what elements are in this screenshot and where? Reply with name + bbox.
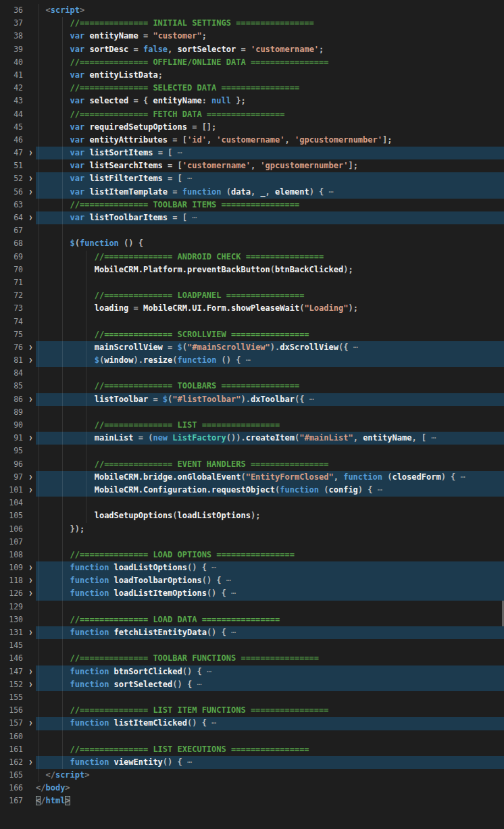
line-number[interactable]: 126 <box>0 587 26 600</box>
folded-code-ellipsis[interactable]: ⋯ <box>353 343 359 352</box>
line-number[interactable]: 161 <box>0 743 26 756</box>
code-line-content[interactable]: //============== ANDROID CHECK =========… <box>36 251 504 263</box>
line-number[interactable]: 75 <box>0 328 26 341</box>
code-line-content[interactable]: var listFilterItems = [ ⋯ <box>36 172 504 185</box>
line-number[interactable]: 40 <box>0 56 26 69</box>
code-line-content[interactable]: function sortSelected() { ⋯ <box>36 678 504 691</box>
line-number[interactable]: 85 <box>0 380 26 393</box>
line-number[interactable]: 64 <box>0 211 26 224</box>
folded-code-ellipsis[interactable]: ⋯ <box>246 355 251 365</box>
folded-code-ellipsis[interactable]: ⋯ <box>178 148 183 157</box>
code-line-content[interactable] <box>36 639 504 652</box>
code-line-content[interactable]: <script> <box>36 4 504 17</box>
code-line-content[interactable] <box>36 316 504 328</box>
code-line-content[interactable]: var sortDesc = false, sortSelector = 'cu… <box>36 43 504 56</box>
folded-code-ellipsis[interactable]: ⋯ <box>378 485 383 495</box>
code-line-content[interactable] <box>36 276 504 289</box>
fold-chevron-icon[interactable]: ❯ <box>26 484 36 497</box>
code-line-content[interactable]: function loadListItemOptions() { ⋯ <box>36 587 504 600</box>
line-number[interactable]: 63 <box>0 199 26 211</box>
code-line-content[interactable]: //============== TOOLBAR ITEMS =========… <box>36 199 504 211</box>
line-number[interactable]: 89 <box>0 406 26 419</box>
line-number[interactable]: 95 <box>0 445 26 457</box>
code-line-content[interactable]: </body> <box>36 782 504 795</box>
line-number[interactable]: 37 <box>0 17 26 30</box>
line-number[interactable]: 108 <box>0 549 26 561</box>
line-number[interactable]: 130 <box>0 613 26 626</box>
fold-chevron-icon[interactable]: ❯ <box>26 211 36 224</box>
line-number[interactable]: 41 <box>0 69 26 82</box>
code-line-content[interactable]: mainScrollView = $("#mainScrollView").dx… <box>36 341 504 354</box>
code-line-content[interactable]: //============== SELECTED DATA =========… <box>36 82 504 95</box>
code-line-content[interactable]: MobileCRM.Configuration.requestObject(fu… <box>36 484 504 497</box>
line-number[interactable]: 81 <box>0 354 26 367</box>
line-number[interactable]: 156 <box>0 704 26 717</box>
folded-code-ellipsis[interactable]: ⋯ <box>226 576 232 585</box>
code-line-content[interactable] <box>36 691 504 704</box>
code-line-content[interactable]: MobileCRM.Platform.preventBackButton(btn… <box>36 263 504 276</box>
code-line-content[interactable]: var entityName = "customer"; <box>36 30 504 43</box>
fold-chevron-icon[interactable]: ❯ <box>26 626 36 639</box>
fold-chevron-icon[interactable]: ❯ <box>26 756 36 769</box>
code-line-content[interactable] <box>36 406 504 419</box>
line-number[interactable]: 56 <box>0 186 26 199</box>
code-line-content[interactable]: //============== LOADPANEL =============… <box>36 289 504 302</box>
code-line-content[interactable]: $(window).resize(function () { ⋯ <box>36 354 504 367</box>
line-number[interactable]: 90 <box>0 419 26 432</box>
code-line-content[interactable]: //============== LOAD OPTIONS ==========… <box>36 549 504 561</box>
fold-chevron-icon[interactable]: ❯ <box>26 665 36 678</box>
line-number[interactable]: 43 <box>0 95 26 107</box>
code-line-content[interactable]: //============== SCROLLVIEW ============… <box>36 328 504 341</box>
code-line-content[interactable]: function fetchListEntityData() { ⋯ <box>36 626 504 639</box>
line-number[interactable]: 84 <box>0 367 26 380</box>
code-line-content[interactable]: var listToolbarItems = [ ⋯ <box>36 211 504 224</box>
folded-code-ellipsis[interactable]: ⋯ <box>231 628 236 637</box>
line-number[interactable]: 45 <box>0 121 26 134</box>
line-number[interactable]: 162 <box>0 756 26 769</box>
line-number[interactable]: 38 <box>0 30 26 43</box>
line-number[interactable]: 145 <box>0 639 26 652</box>
fold-chevron-icon[interactable]: ❯ <box>26 393 36 406</box>
folded-code-ellipsis[interactable]: ⋯ <box>192 213 197 222</box>
line-number[interactable]: 106 <box>0 523 26 536</box>
code-line-content[interactable]: </html> <box>36 795 504 807</box>
fold-chevron-icon[interactable]: ❯ <box>26 341 36 354</box>
fold-chevron-icon[interactable]: ❯ <box>26 574 36 587</box>
code-line-content[interactable]: //============== TOOLBARS ==============… <box>36 380 504 393</box>
line-number[interactable]: 101 <box>0 484 26 497</box>
code-line-content[interactable] <box>36 224 504 237</box>
line-number[interactable]: 67 <box>0 224 26 237</box>
code-line-content[interactable]: loading = MobileCRM.UI.Form.showPleaseWa… <box>36 302 504 315</box>
fold-chevron-icon[interactable]: ❯ <box>26 717 36 730</box>
folded-code-ellipsis[interactable]: ⋯ <box>231 588 236 598</box>
folded-code-ellipsis[interactable]: ⋯ <box>211 563 217 572</box>
line-number[interactable]: 46 <box>0 134 26 147</box>
code-line-content[interactable]: $(function () { <box>36 237 504 250</box>
code-line-content[interactable]: function loadToolbarOptions() { ⋯ <box>36 574 504 587</box>
code-line-content[interactable]: //============== OFFLINE/ONLINE DATA ===… <box>36 56 504 69</box>
fold-chevron-icon[interactable]: ❯ <box>26 186 36 199</box>
code-line-content[interactable]: loadSetupOptions(loadListOptions); <box>36 509 504 522</box>
line-number[interactable]: 167 <box>0 795 26 807</box>
code-line-content[interactable]: //============== INITIAL SETTINGS ======… <box>36 17 504 30</box>
folded-code-ellipsis[interactable]: ⋯ <box>187 174 193 183</box>
line-number[interactable]: 157 <box>0 717 26 730</box>
line-number[interactable]: 105 <box>0 509 26 522</box>
line-number[interactable]: 155 <box>0 691 26 704</box>
code-line-content[interactable]: listToolbar = $("#listToolbar").dxToolba… <box>36 393 504 406</box>
code-editor[interactable]: 36 <script>37 //============== INITIAL S… <box>0 0 504 829</box>
code-line-content[interactable] <box>36 445 504 457</box>
code-line-content[interactable]: function viewEntity() { ⋯ <box>36 756 504 769</box>
code-line-content[interactable]: var listSortItems = [ ⋯ <box>36 147 504 159</box>
line-number[interactable]: 107 <box>0 536 26 549</box>
line-number[interactable]: 36 <box>0 4 26 17</box>
line-number[interactable]: 68 <box>0 237 26 250</box>
code-line-content[interactable]: mainList = (new ListFactory()).createIte… <box>36 432 504 445</box>
fold-chevron-icon[interactable]: ❯ <box>26 471 36 484</box>
code-line-content[interactable] <box>36 730 504 743</box>
fold-chevron-icon[interactable]: ❯ <box>26 678 36 691</box>
code-line-content[interactable]: //============== LIST EXECUTIONS =======… <box>36 743 504 756</box>
code-line-content[interactable]: </script> <box>36 769 504 782</box>
fold-chevron-icon[interactable]: ❯ <box>26 147 36 159</box>
line-number[interactable]: 129 <box>0 601 26 613</box>
